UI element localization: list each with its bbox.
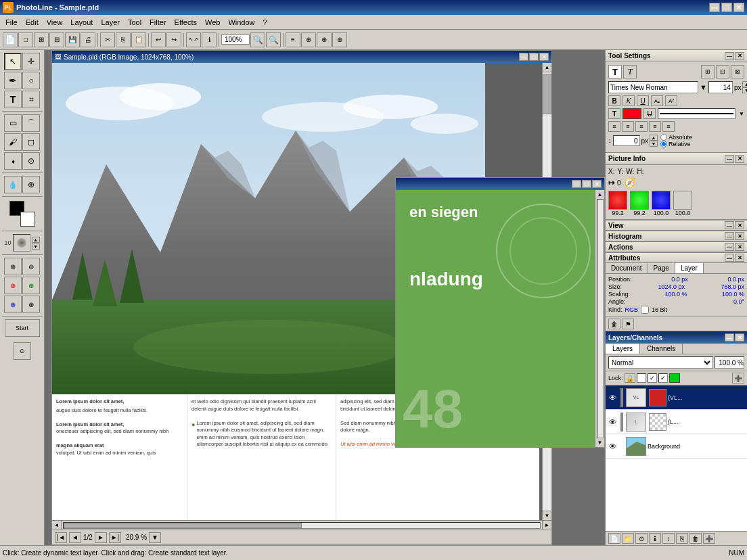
eye-icon-1[interactable]: 👁 [607, 417, 618, 427]
actions-controls[interactable]: — ✕ [725, 243, 744, 251]
paste-btn[interactable]: 📋 [131, 32, 146, 47]
tool-extra6[interactable]: ⊕ [22, 296, 40, 313]
font-name-input[interactable] [608, 81, 698, 93]
layers-min[interactable]: — [725, 333, 734, 342]
nav-first[interactable]: |◄ [55, 532, 67, 543]
text-color-swatch[interactable] [622, 108, 641, 119]
pi-controls[interactable]: — ✕ [725, 155, 744, 163]
menu-edit[interactable]: Edit [22, 17, 43, 28]
lasso-tool[interactable]: ⌒ [22, 114, 40, 132]
float-scroll-down[interactable]: ▼ [596, 438, 604, 447]
print-btn[interactable]: 🖨 [81, 32, 95, 47]
eraser-tool[interactable]: ◻ [22, 133, 40, 151]
tool-extra5[interactable]: ⊕ [4, 296, 22, 313]
lock-check1[interactable] [637, 373, 646, 383]
circle-tool[interactable]: ○ [22, 72, 40, 89]
tool-extra4[interactable]: ⊕ [22, 277, 40, 294]
zoom-tool[interactable]: ⊕ [22, 176, 40, 193]
lb-add[interactable]: 📄 [608, 533, 620, 544]
img-window-controls[interactable]: — □ ✕ [519, 53, 549, 61]
scroll-up-btn[interactable]: ▲ [543, 63, 551, 72]
histogram-controls[interactable]: — ✕ [725, 232, 744, 240]
undo-btn[interactable]: ↩ [151, 32, 166, 47]
attr-controls[interactable]: — ✕ [725, 254, 744, 262]
layers-close[interactable]: ✕ [735, 333, 744, 342]
eye-icon-0[interactable]: 👁 [607, 392, 618, 403]
menu-layout[interactable]: Layout [66, 17, 97, 28]
title-bar-controls[interactable]: — □ ✕ [709, 3, 744, 12]
cut-btn[interactable]: ✂ [100, 32, 115, 47]
blend-mode-select[interactable]: Normal [608, 356, 713, 369]
italic-btn[interactable]: K [622, 95, 635, 106]
save-btn[interactable]: 💾 [65, 32, 80, 47]
act-min[interactable]: — [725, 243, 734, 251]
add-layer-btn[interactable]: ➕ [732, 373, 744, 383]
menu-help[interactable]: ? [259, 17, 271, 28]
zoom-dropdown[interactable]: ▼ [149, 532, 161, 543]
view-close[interactable]: ✕ [735, 221, 744, 229]
tb-btn3[interactable]: ⊞ [34, 32, 49, 47]
tb-22[interactable]: ⊕ [332, 32, 347, 47]
maximize-button[interactable]: □ [721, 3, 732, 12]
color-lock[interactable] [669, 373, 680, 383]
layer-item-0[interactable]: 👁 VL (VL... [606, 386, 747, 410]
float-controls[interactable]: — □ ✕ [572, 180, 602, 188]
ts-panel-controls[interactable]: — ✕ [725, 52, 744, 60]
lb-copy[interactable]: ⎘ [676, 533, 688, 544]
copy-btn[interactable]: ⎘ [116, 32, 131, 47]
float-vscroll[interactable]: ▲ ▼ [595, 190, 604, 447]
ts-icon-bold[interactable]: T [623, 65, 637, 78]
zoom-out-btn[interactable]: 🔍 [250, 32, 265, 47]
size-up[interactable]: ▲ [742, 81, 747, 87]
float-close[interactable]: ✕ [592, 180, 602, 188]
text-tool[interactable]: T [4, 91, 22, 108]
attr-btn2[interactable]: ⚑ [622, 319, 634, 329]
menu-layer[interactable]: Layer [97, 17, 124, 28]
act-close[interactable]: ✕ [735, 243, 744, 251]
relative-radio[interactable] [660, 141, 667, 147]
img-maximize[interactable]: □ [529, 53, 539, 61]
align-left[interactable]: ≡ [608, 121, 620, 132]
minimize-button[interactable]: — [709, 3, 720, 12]
ts-minimize[interactable]: — [725, 52, 734, 60]
lock-check3[interactable]: ✓ [658, 373, 668, 383]
align-option[interactable]: ≡ [662, 121, 675, 132]
fill-tool[interactable]: ⬧ [4, 152, 22, 170]
ts-icon-settings3[interactable]: ⊠ [731, 65, 744, 78]
scroll-down-btn[interactable]: ▼ [543, 511, 551, 520]
menu-filter[interactable]: Filter [145, 17, 170, 28]
offset-input[interactable] [613, 135, 640, 146]
channels-tab[interactable]: Channels [640, 344, 683, 354]
background-color[interactable] [20, 212, 35, 227]
v-scroll-thumb[interactable] [543, 74, 551, 114]
line-arrow[interactable]: ▼ [739, 111, 744, 117]
scroll-left-btn[interactable]: ◄ [52, 521, 62, 530]
lb-delete[interactable]: 🗑 [689, 533, 702, 544]
font-arrow[interactable]: ▼ [700, 83, 707, 91]
opacity-input[interactable] [715, 356, 744, 369]
ts-icon-settings2[interactable]: ⊟ [716, 65, 729, 78]
h-scrollbar[interactable]: ◄ ► [52, 520, 551, 530]
font-size-input[interactable] [708, 81, 733, 93]
tool-extra1[interactable]: ⊕ [4, 258, 22, 275]
color-picker[interactable] [9, 201, 35, 227]
align-right[interactable]: ≡ [635, 121, 648, 132]
tab-document[interactable]: Document [606, 263, 648, 273]
pi-close[interactable]: ✕ [735, 155, 744, 163]
menu-file[interactable]: File [1, 17, 22, 28]
tb-20[interactable]: ⊕ [301, 32, 316, 47]
menu-view[interactable]: View [43, 17, 67, 28]
lb-info[interactable]: ℹ [649, 533, 661, 544]
subscript-btn[interactable]: A₂ [651, 95, 663, 106]
rect-tool[interactable]: ▭ [4, 114, 22, 132]
nav-next[interactable]: ► [95, 532, 107, 543]
view-panel-header[interactable]: View — ✕ [606, 220, 747, 231]
close-button[interactable]: ✕ [733, 3, 744, 12]
align-center[interactable]: ≡ [622, 121, 634, 132]
histogram-header[interactable]: Histogram — ✕ [606, 231, 747, 241]
tb-21[interactable]: ⊕ [317, 32, 332, 47]
view-min[interactable]: — [725, 221, 734, 229]
radio-relative[interactable]: Relative [660, 141, 692, 147]
menu-window[interactable]: Window [224, 17, 258, 28]
pen-tool[interactable]: ✒ [4, 72, 22, 89]
